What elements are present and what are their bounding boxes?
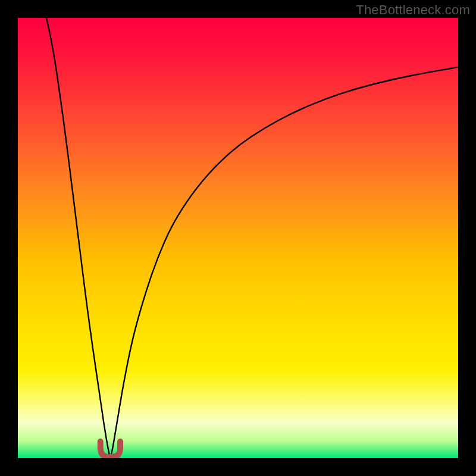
chart-container: TheBottleneck.com — [0, 0, 476, 476]
plot-background — [18, 18, 458, 458]
watermark-text: TheBottleneck.com — [356, 2, 470, 18]
bottleneck-plot — [18, 18, 458, 458]
